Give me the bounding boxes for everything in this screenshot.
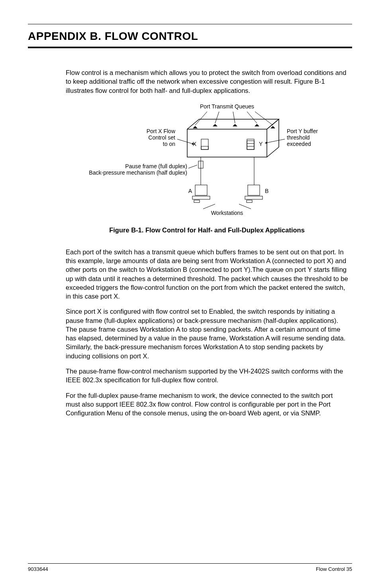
svg-line-5 — [215, 112, 219, 123]
label-exceeded: exceeded — [287, 141, 311, 147]
svg-marker-13 — [270, 126, 275, 128]
label-ws-a: A — [188, 188, 192, 194]
paragraph-5: For the full-duplex pause-frame mechanis… — [66, 391, 348, 418]
figure-caption: Figure B-1. Flow Control for Half- and F… — [66, 226, 348, 234]
label-port-y: Y — [259, 141, 263, 147]
paragraph-4: The pause-frame flow-control mechanism s… — [66, 367, 348, 385]
label-to-on: to on — [163, 141, 175, 147]
flow-diagram-svg: Port Transmit Queues — [76, 101, 339, 221]
svg-rect-31 — [247, 200, 252, 203]
page: APPENDIX B. FLOW CONTROL Flow control is… — [0, 0, 380, 588]
svg-marker-9 — [193, 126, 198, 128]
svg-line-8 — [255, 112, 273, 125]
label-ws-b: B — [265, 188, 268, 194]
svg-line-20 — [177, 139, 194, 144]
paragraph-2: Each port of the switch has a transmit q… — [66, 248, 348, 301]
svg-rect-29 — [248, 185, 260, 195]
footer-rule — [28, 563, 352, 564]
footer-left: 9033644 — [28, 566, 48, 572]
svg-marker-11 — [233, 124, 237, 126]
label-port-transmit-queues: Port Transmit Queues — [200, 103, 254, 110]
footer-right: Flow Control 35 — [316, 566, 352, 572]
svg-rect-26 — [195, 185, 207, 195]
svg-rect-14 — [201, 139, 208, 149]
svg-line-21 — [265, 139, 285, 143]
svg-marker-10 — [213, 124, 217, 126]
label-threshold: threshold — [287, 134, 310, 141]
appendix-title: APPENDIX B. FLOW CONTROL — [28, 30, 352, 43]
svg-rect-0 — [187, 129, 267, 157]
paragraph-3: Since port X is configured with flow con… — [66, 307, 348, 360]
footer: 9033644 Flow Control 35 — [28, 563, 352, 572]
svg-marker-12 — [255, 124, 259, 126]
svg-line-32 — [203, 204, 215, 209]
figure: Port Transmit Queues — [66, 101, 348, 221]
label-pause-full: Pause frame (full duplex) — [125, 163, 187, 169]
svg-rect-28 — [194, 200, 200, 203]
svg-line-3 — [267, 147, 279, 157]
svg-rect-27 — [192, 196, 210, 199]
top-rule — [28, 24, 352, 24]
svg-rect-15 — [201, 146, 208, 149]
label-control-set: Control set — [148, 134, 175, 141]
label-backpressure: Back-pressure mechanism (half duplex) — [89, 169, 187, 176]
svg-line-33 — [239, 204, 251, 209]
intro-paragraph: Flow control is a mechanism which allows… — [66, 68, 348, 95]
svg-rect-30 — [245, 196, 262, 199]
body-content: Flow control is a mechanism which allows… — [66, 68, 348, 417]
svg-line-7 — [247, 112, 257, 123]
svg-line-6 — [233, 112, 235, 123]
label-portx-flow: Port X Flow — [146, 128, 175, 134]
svg-line-23 — [188, 165, 197, 168]
label-porty-buffer: Port Y buffer — [287, 128, 318, 134]
heavy-rule — [28, 47, 352, 48]
label-workstations: Workstations — [211, 210, 243, 216]
svg-rect-17 — [247, 141, 254, 149]
svg-line-4 — [195, 112, 207, 125]
